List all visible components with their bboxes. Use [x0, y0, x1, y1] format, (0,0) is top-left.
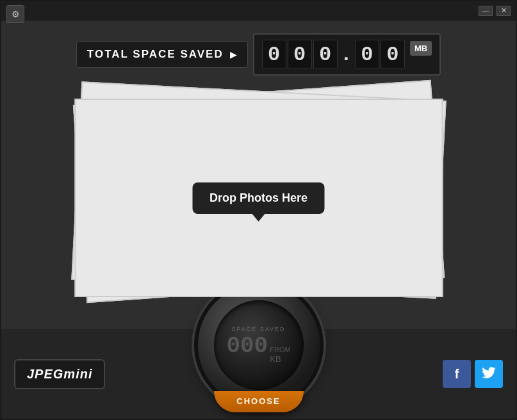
logo: JPEGmini — [14, 359, 105, 389]
close-button[interactable]: ✕ — [496, 6, 511, 16]
digit-0: 0 — [262, 40, 286, 69]
digit-3: 0 — [355, 40, 379, 69]
bottom-section: JPEGmini SPACE SAVED 0 0 0 FROM KB — [1, 329, 516, 419]
digit-2: 0 — [313, 40, 338, 69]
play-icon: ▶ — [230, 49, 237, 60]
dial-unit: FROM KB — [270, 346, 290, 364]
dial-digit-2: 0 — [254, 335, 268, 358]
gear-icon: ⚙ — [12, 9, 20, 19]
unit-label: MB — [410, 41, 432, 56]
minimize-button[interactable]: — — [479, 6, 493, 16]
odometer-display: 0 0 0 . 0 0 MB — [253, 33, 441, 76]
social-buttons: f — [443, 360, 503, 388]
dial-digit-0: 0 — [226, 335, 240, 358]
drop-tooltip-text: Drop Photos Here — [209, 191, 308, 204]
paper-stack: Drop Photos Here — [70, 86, 448, 316]
total-space-text: TOTAL SPACE SAVED — [87, 48, 224, 61]
dial-unit-kb: KB — [270, 354, 290, 364]
total-space-label-box: TOTAL SPACE SAVED ▶ — [76, 41, 248, 68]
facebook-icon: f — [455, 367, 459, 382]
facebook-button[interactable]: f — [443, 360, 471, 388]
dial-digit-1: 0 — [240, 335, 254, 358]
drop-area[interactable]: Drop Photos Here — [70, 86, 448, 316]
dial-unit-from: FROM — [270, 346, 290, 353]
dial-digits: 0 0 0 FROM KB — [226, 335, 290, 364]
dial-outer: SPACE SAVED 0 0 0 FROM KB CHOOSE — [198, 284, 320, 406]
space-saved-small-label: SPACE SAVED — [231, 326, 285, 332]
digit-4: 0 — [381, 40, 405, 69]
logo-text: JPEGmini — [27, 367, 92, 381]
digit-1: 0 — [288, 40, 312, 69]
dial-container: SPACE SAVED 0 0 0 FROM KB CHOOSE — [198, 284, 320, 406]
window-controls: — ✕ — [479, 6, 511, 16]
choose-button[interactable]: CHOOSE — [214, 391, 304, 412]
choose-btn-container: CHOOSE — [198, 391, 320, 412]
drop-tooltip: Drop Photos Here — [193, 182, 324, 214]
dial-inner: SPACE SAVED 0 0 0 FROM KB — [214, 300, 304, 390]
twitter-icon — [482, 367, 496, 382]
paper-main: Drop Photos Here — [74, 99, 443, 297]
title-bar: — ✕ — [1, 1, 516, 20]
twitter-button[interactable] — [475, 360, 503, 388]
app-window: — ✕ ⚙ TOTAL SPACE SAVED ▶ 0 0 0 . 0 0 MB — [0, 0, 517, 420]
header-display: TOTAL SPACE SAVED ▶ 0 0 0 . 0 0 MB — [76, 33, 441, 76]
decimal-separator: . — [339, 43, 354, 67]
